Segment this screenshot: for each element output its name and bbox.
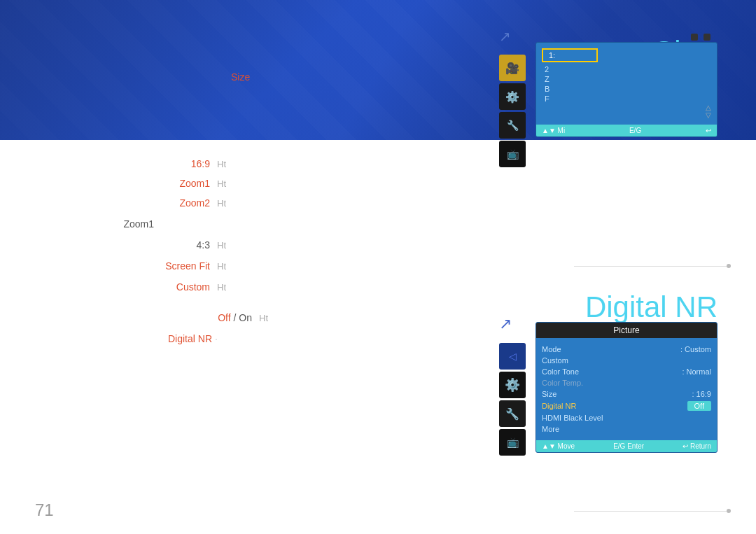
tv-bottom-bar-return: ↩ Return [682,442,711,450]
dnr-label: Digital NR [168,333,212,344]
size-item-custom: Custom Ht [140,277,226,297]
tv-row-dnr-val: Off [687,401,711,411]
size-label-zoom1-first: Zoom1 [140,178,210,189]
tv-top-wrapper: 🎥 ⚙️ 🔧 📺 ↗ 1: 2 Z B F △ ▽ ▲▼ Mi E/G ↩ [536,34,718,137]
tv-icon-dark3: 📺 [499,141,526,167]
tv-item-b: B [542,84,711,94]
tv-bottom-icon-3: 🔧 [499,400,526,427]
tv-bottom-icons: ◁ ⚙️ 🔧 📺 [499,343,526,456]
size-ht-43: Ht [217,240,226,251]
tv-row-custom-key: Custom [542,356,568,365]
tv-bottom-icon-4: 📺 [499,429,526,456]
dnr-ht: Ht [259,313,268,323]
tv-top-bar-return: ↩ [706,127,711,134]
dnr-item-label: Digital NR · [168,329,226,349]
tv-top-icons: 🎥 ⚙️ 🔧 📺 [499,55,526,167]
tv-row-dnr-key: Digital NR [542,402,577,410]
tv-row-size: Size : 16:9 [542,388,711,400]
tv-row-colortone-key: Color Tone [542,367,579,376]
tv-selected-item: 1: [542,48,598,62]
tv-bottom-icon-1: ◁ [499,343,526,370]
tv-top-bar-move: ▲▼ Mi [542,127,565,134]
size-item-zoom2: Zoom2 Ht [140,193,226,213]
size-label-zoom2: Zoom2 [140,197,210,209]
size-ht-zoom2: Ht [217,198,226,209]
size-item-43: 4:3 Ht [140,235,226,255]
size-menu-section: Size 16:9 Ht Zoom1 Ht Zoom2 Ht Zoom1 4:3… [140,154,226,297]
divider-dot-2 [727,509,731,513]
tv-bottom-bar: ▲▼ Move E/G Enter ↩ Return [536,440,717,452]
tv-screen-bottom: Picture Mode : Custom Custom Color Tone … [536,322,718,453]
tv-bottom-cursor: ↗ [499,315,512,333]
tv-top-content: 1: 2 Z B F △ ▽ [536,43,717,125]
tv-row-mode: Mode : Custom [542,344,711,355]
size-label-screenfit: Screen Fit [140,260,210,272]
tv-picture-content: Mode : Custom Custom Color Tone : Normal… [536,338,717,440]
tv-row-hdmi: HDMI Black Level [542,412,711,423]
tv-row-colortone-val: : Normal [682,367,711,376]
tv-top-bar-etg: E/G [629,127,641,134]
tv-item-z: Z [542,74,711,84]
tv-row-mode-key: Mode [542,345,561,353]
tv-scroll-down: ▽ [542,111,711,119]
tv-scroll-up: △ [542,104,711,111]
tv-icon-dark1: ⚙️ [499,83,526,110]
tv-row-colortone: Color Tone : Normal [542,366,711,377]
tv-row-more: More [542,423,711,435]
tv-bottom-bar-move: ▲▼ Move [542,442,575,450]
dnr-off-text: Off [218,312,230,323]
tv-bottom-bar-enter: E/G Enter [613,442,644,450]
dnr-slash: / On [231,312,252,323]
tv-row-colortemp: Color Temp. [542,377,711,388]
tv-picture-header: Picture [536,323,717,338]
divider-1 [574,266,728,267]
tv-top-dots [536,34,718,41]
tv-row-size-val: : 16:9 [692,390,711,398]
tv-row-dnr: Digital NR Off [542,400,711,412]
size-item-zoom1-first: Zoom1 Ht [140,174,226,193]
size-ht-screenfit: Ht [217,261,226,272]
tv-icon-projector: 🎥 [499,55,526,81]
tv-row-custom: Custom [542,355,711,366]
divider-dot-1 [727,264,731,268]
tv-item-f: F [542,94,711,104]
tv-cursor-icon: ↗ [499,28,511,45]
dnr-bullet: · [215,333,218,344]
tv-item-2: 2 [542,64,711,74]
size-ht-custom: Ht [217,282,226,293]
size-label-zoom1-second: Zoom1 [84,218,154,230]
divider-2 [574,511,728,512]
dnr-label-off-on: Off / On [210,312,252,323]
tv-screen-top: 1: 2 Z B F △ ▽ ▲▼ Mi E/G ↩ [536,42,718,137]
tv-top-bottom-bar: ▲▼ Mi E/G ↩ [536,125,717,136]
tv-row-size-key: Size [542,390,556,398]
tv-dot-2 [704,34,710,41]
size-ht-zoom1: Ht [217,178,226,189]
size-ht-169: Ht [217,159,226,169]
size-label-43: 4:3 [140,239,210,251]
dnr-item-off-on: Off / On Ht [210,308,268,328]
page-number: 71 [35,500,54,520]
dnr-title: Digital NR [585,290,718,324]
size-item-zoom1-second: Zoom1 [84,214,170,234]
tv-row-colortemp-key: Color Temp. [542,379,583,387]
tv-row-mode-val: : Custom [680,345,711,353]
tv-bottom-wrapper: ◁ ⚙️ 🔧 📺 ↗ Picture Mode : Custom Custom … [536,322,718,453]
size-item-screenfit: Screen Fit Ht [140,256,226,276]
tv-row-more-key: More [542,425,559,433]
size-item-169: 16:9 Ht [140,154,226,174]
size-heading: Size [231,71,250,83]
tv-icon-dark2: 🔧 [499,112,526,139]
dnr-menu-section: Off / On Ht Digital NR · [210,308,268,349]
size-label-custom: Custom [140,281,210,293]
tv-row-hdmi-key: HDMI Black Level [542,414,603,422]
tv-bottom-icon-2: ⚙️ [499,372,526,398]
size-label-169: 16:9 [140,158,210,169]
tv-dot-1 [691,34,698,41]
